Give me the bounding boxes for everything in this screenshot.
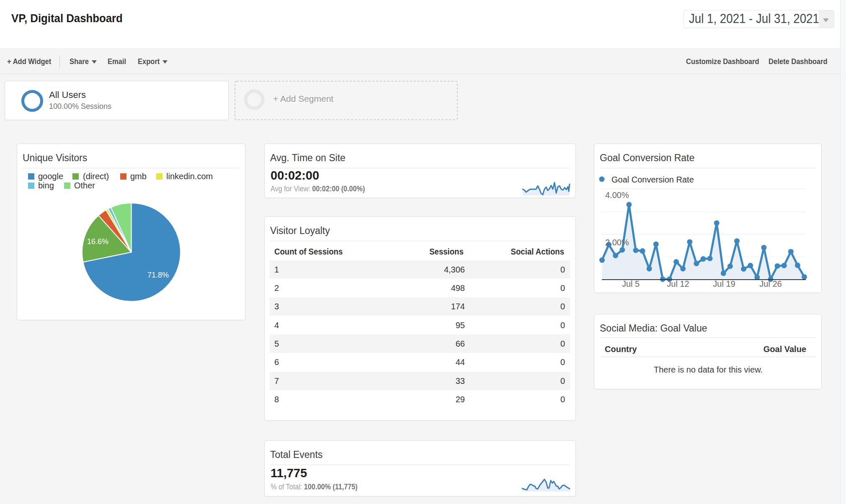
svg-text:google: google <box>38 172 63 181</box>
svg-text:71.8%: 71.8% <box>147 271 169 279</box>
svg-text:gmb: gmb <box>130 172 147 181</box>
svg-text:4.00%: 4.00% <box>605 190 629 200</box>
svg-text:(direct): (direct) <box>83 172 109 181</box>
svg-text:bing: bing <box>38 181 54 190</box>
svg-text:Jul 19: Jul 19 <box>713 279 735 288</box>
svg-text:16.6%: 16.6% <box>87 237 108 246</box>
svg-text:Jul 26: Jul 26 <box>759 279 782 288</box>
svg-text:Jul 12: Jul 12 <box>667 279 689 288</box>
svg-text:Goal Conversion Rate: Goal Conversion Rate <box>611 175 694 184</box>
svg-text:linkedin.com: linkedin.com <box>166 172 213 181</box>
svg-text:Other: Other <box>74 181 95 190</box>
svg-text:2.00%: 2.00% <box>605 238 629 247</box>
svg-text:Jul 5: Jul 5 <box>622 279 640 288</box>
